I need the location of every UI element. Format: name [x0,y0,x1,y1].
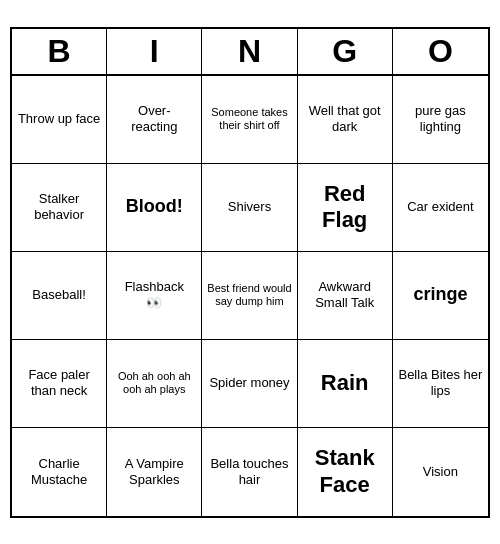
cell-label: Awkward Small Talk [301,279,389,310]
bingo-cell: Stalker behavior [12,164,107,252]
cell-label: Bella touches hair [205,456,293,487]
cell-label: cringe [413,284,467,306]
bingo-cell: Car exident [393,164,488,252]
bingo-cell: Stank Face [298,428,393,516]
bingo-grid: Throw up faceOver-reactingSomeone takes … [12,76,488,516]
bingo-cell: Someone takes their shirt off [202,76,297,164]
header-cell: N [202,29,297,74]
cell-label: Flashback👀 [125,279,184,310]
cell-label: Car exident [407,199,473,215]
cell-label: Well that got dark [301,103,389,134]
bingo-cell: Well that got dark [298,76,393,164]
cell-label: A Vampire Sparkles [110,456,198,487]
bingo-cell: Awkward Small Talk [298,252,393,340]
header-cell: B [12,29,107,74]
bingo-cell: Bella touches hair [202,428,297,516]
cell-label: Red Flag [301,181,389,234]
bingo-cell: Ooh ah ooh ah ooh ah plays [107,340,202,428]
cell-label: Over-reacting [131,103,177,134]
header-cell: I [107,29,202,74]
bingo-cell: Flashback👀 [107,252,202,340]
bingo-cell: Red Flag [298,164,393,252]
bingo-cell: pure gas lighting [393,76,488,164]
bingo-cell: Face paler than neck [12,340,107,428]
bingo-cell: Throw up face [12,76,107,164]
cell-label: Baseball! [32,287,85,303]
cell-label: Throw up face [18,111,100,127]
bingo-cell: Spider money [202,340,297,428]
cell-label: Vision [423,464,458,480]
bingo-cell: Bella Bites her lips [393,340,488,428]
header-cell: O [393,29,488,74]
bingo-cell: Charlie Mustache [12,428,107,516]
bingo-cell: cringe [393,252,488,340]
cell-label: Best friend would say dump him [205,282,293,308]
bingo-cell: Vision [393,428,488,516]
cell-label: Face paler than neck [15,367,103,398]
bingo-card: BINGO Throw up faceOver-reactingSomeone … [10,27,490,518]
cell-label: Bella Bites her lips [396,367,485,398]
cell-label: Stalker behavior [15,191,103,222]
cell-label: Rain [321,370,369,396]
cell-label: Blood! [126,196,183,218]
bingo-cell: Over-reacting [107,76,202,164]
cell-label: Someone takes their shirt off [205,106,293,132]
cell-label: Stank Face [301,445,389,498]
bingo-cell: Blood! [107,164,202,252]
bingo-cell: Baseball! [12,252,107,340]
cell-label: pure gas lighting [396,103,485,134]
header-cell: G [298,29,393,74]
bingo-cell: A Vampire Sparkles [107,428,202,516]
bingo-header: BINGO [12,29,488,76]
cell-label: Shivers [228,199,271,215]
bingo-cell: Rain [298,340,393,428]
bingo-cell: Best friend would say dump him [202,252,297,340]
cell-label: Charlie Mustache [15,456,103,487]
cell-label: Ooh ah ooh ah ooh ah plays [110,370,198,396]
cell-label: Spider money [209,375,289,391]
bingo-cell: Shivers [202,164,297,252]
